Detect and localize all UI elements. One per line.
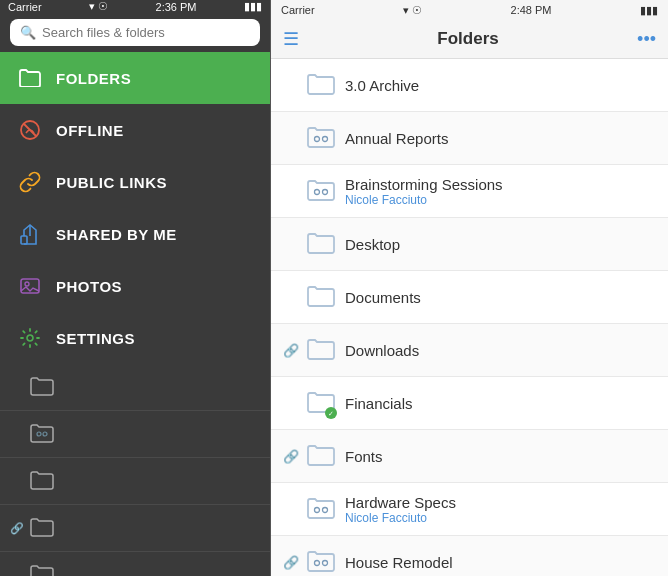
folder-small-icon (28, 374, 56, 400)
svg-point-16 (315, 561, 320, 566)
folder-name: Brainstorming Sessions (345, 176, 656, 193)
folder-icon-wrap (305, 69, 337, 101)
link-icon: 🔗 (283, 343, 297, 358)
hamburger-icon[interactable]: ☰ (283, 28, 299, 50)
folder-text: Brainstorming Sessions Nicole Facciuto (345, 176, 656, 207)
link-icon: 🔗 (283, 555, 297, 570)
gear-icon (18, 326, 42, 350)
list-item[interactable] (0, 458, 270, 505)
folder-name: Fonts (345, 448, 656, 465)
nav-items: FOLDERS OFFLINE PUBLIC LINKS (0, 52, 270, 364)
svg-point-5 (27, 335, 33, 341)
left-panel: Carrier ▾ ☉ 2:36 PM ▮▮▮ 🔍 FOLDERS (0, 0, 270, 576)
sidebar-item-label-folders: FOLDERS (56, 70, 131, 87)
carrier-right: Carrier (281, 4, 315, 16)
list-item[interactable]: Hardware Specs Nicole Facciuto (271, 483, 668, 536)
svg-point-10 (315, 137, 320, 142)
svg-point-15 (323, 508, 328, 513)
folder-text: Annual Reports (345, 130, 656, 147)
offline-icon (18, 118, 42, 142)
folder-name: House Remodel (345, 554, 656, 571)
folder-icon-wrap (305, 546, 337, 576)
status-bar-left: Carrier ▾ ☉ 2:36 PM ▮▮▮ (0, 0, 270, 13)
sidebar-item-folders[interactable]: FOLDERS (0, 52, 270, 104)
folder-subtitle: Nicole Facciuto (345, 193, 656, 207)
status-bar-right: Carrier ▾ ☉ 2:48 PM ▮▮▮ (271, 0, 668, 20)
list-item[interactable]: Brainstorming Sessions Nicole Facciuto (271, 165, 668, 218)
carrier-left: Carrier (8, 1, 42, 13)
share-icon (18, 222, 42, 246)
search-bar[interactable]: 🔍 (10, 19, 260, 46)
folder-small-icon (28, 515, 56, 541)
folder-name: Financials (345, 395, 656, 412)
folder-icon-wrap (305, 175, 337, 207)
list-item[interactable] (0, 411, 270, 458)
folder-text: Fonts (345, 448, 656, 465)
sidebar-item-shared-by-me[interactable]: SHARED BY ME (0, 208, 270, 260)
folder-name: Desktop (345, 236, 656, 253)
svg-point-4 (25, 282, 29, 286)
folder-text: Hardware Specs Nicole Facciuto (345, 494, 656, 525)
more-options-icon[interactable]: ••• (637, 29, 656, 50)
folder-subtitle: Nicole Facciuto (345, 511, 656, 525)
link-small-icon: 🔗 (10, 522, 22, 535)
folder-text: Documents (345, 289, 656, 306)
photos-icon (18, 274, 42, 298)
folder-text: Downloads (345, 342, 656, 359)
check-badge (325, 407, 337, 419)
folders-title: Folders (299, 29, 637, 49)
sidebar-item-label-offline: OFFLINE (56, 122, 124, 139)
folder-list: 3.0 Archive Annual Reports Brainstorming… (271, 59, 668, 576)
folder-name: Annual Reports (345, 130, 656, 147)
folder-text: Financials (345, 395, 656, 412)
svg-point-11 (323, 137, 328, 142)
folder-name: Hardware Specs (345, 494, 656, 511)
folder-icon-wrap (305, 281, 337, 313)
list-item[interactable] (0, 364, 270, 411)
list-item[interactable] (0, 552, 270, 576)
svg-point-14 (315, 508, 320, 513)
list-item[interactable]: 🔗 Downloads (271, 324, 668, 377)
list-item[interactable]: Documents (271, 271, 668, 324)
link-icon (18, 170, 42, 194)
right-header: ☰ Folders ••• (271, 20, 668, 59)
folder-text: House Remodel (345, 554, 656, 571)
svg-point-7 (43, 432, 47, 436)
folder-icon-wrap (305, 493, 337, 525)
folder-icon-wrap (305, 334, 337, 366)
folder-icon-wrap (305, 387, 337, 419)
list-item[interactable]: 🔗 House Remodel (271, 536, 668, 576)
svg-point-12 (315, 190, 320, 195)
svg-point-6 (37, 432, 41, 436)
battery-left: ▮▮▮ (244, 0, 262, 13)
sidebar-item-label-public-links: PUBLIC LINKS (56, 174, 167, 191)
sidebar-item-label-settings: SETTINGS (56, 330, 135, 347)
sidebar-item-photos[interactable]: PHOTOS (0, 260, 270, 312)
list-item[interactable]: 🔗 (0, 505, 270, 552)
list-item[interactable]: 🔗 Fonts (271, 430, 668, 483)
sidebar-item-settings[interactable]: SETTINGS (0, 312, 270, 364)
folder-small-icon (28, 468, 56, 494)
link-icon: 🔗 (283, 449, 297, 464)
time-right: 2:48 PM (511, 4, 552, 16)
folder-icon-wrap (305, 228, 337, 260)
folder-name: Downloads (345, 342, 656, 359)
svg-point-17 (323, 561, 328, 566)
sidebar-item-offline[interactable]: OFFLINE (0, 104, 270, 156)
list-item[interactable]: Desktop (271, 218, 668, 271)
folder-name: Documents (345, 289, 656, 306)
sidebar-item-label-photos: PHOTOS (56, 278, 122, 295)
folder-name: 3.0 Archive (345, 77, 656, 94)
list-item[interactable]: Annual Reports (271, 112, 668, 165)
svg-point-13 (323, 190, 328, 195)
folder-icon-wrap (305, 440, 337, 472)
list-item[interactable]: Financials (271, 377, 668, 430)
svg-rect-2 (21, 236, 27, 244)
sidebar-item-public-links[interactable]: PUBLIC LINKS (0, 156, 270, 208)
list-item[interactable]: 3.0 Archive (271, 59, 668, 112)
folder-small-icon (28, 562, 56, 576)
wifi-icon-left: ▾ ☉ (89, 0, 108, 13)
folder-icon (18, 66, 42, 90)
search-input[interactable] (42, 25, 250, 40)
search-icon: 🔍 (20, 25, 36, 40)
